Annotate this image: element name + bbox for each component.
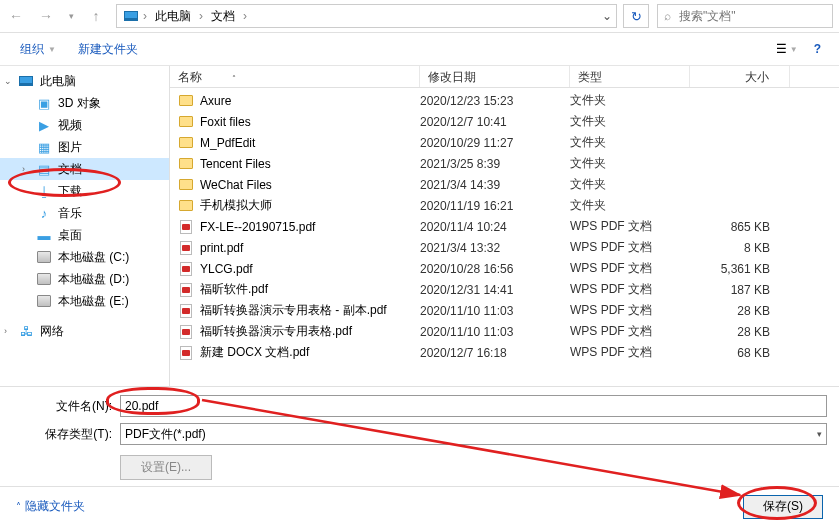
file-row[interactable]: Axure2020/12/23 15:23文件夹 — [170, 90, 839, 111]
file-row[interactable]: print.pdf2021/3/4 13:32WPS PDF 文档8 KB — [170, 237, 839, 258]
folder-icon — [178, 93, 194, 109]
file-row[interactable]: Tencent Files2021/3/25 8:39文件夹 — [170, 153, 839, 174]
sidebar-item-videos[interactable]: ▶视频 — [0, 114, 169, 136]
file-row[interactable]: 福昕转换器演示专用表格.pdf2020/11/10 11:03WPS PDF 文… — [170, 321, 839, 342]
header-date[interactable]: 修改日期 — [420, 66, 570, 87]
file-name: Foxit files — [200, 115, 251, 129]
file-date: 2021/3/4 14:39 — [420, 178, 570, 192]
file-date: 2021/3/25 8:39 — [420, 157, 570, 171]
arrow-left-icon: ← — [9, 8, 23, 24]
chevron-right-icon: › — [141, 9, 149, 23]
file-name: FX-LE--20190715.pdf — [200, 220, 315, 234]
pdf-file-icon — [178, 240, 194, 256]
tree-label: 桌面 — [58, 227, 82, 244]
nav-forward-button[interactable]: → — [32, 2, 60, 30]
breadcrumb[interactable]: › 此电脑 › 文档 › ⌄ — [116, 4, 617, 28]
sidebar-item-documents[interactable]: ›▤文档 — [0, 158, 169, 180]
settings-button[interactable]: 设置(E)... — [120, 455, 212, 480]
file-name: 福昕转换器演示专用表格 - 副本.pdf — [200, 302, 387, 319]
cube-icon: ▣ — [36, 95, 52, 111]
hide-folders-toggle[interactable]: ˄ 隐藏文件夹 — [16, 498, 85, 515]
header-size[interactable]: 大小 — [690, 66, 790, 87]
crumb-documents[interactable]: 文档 — [207, 5, 239, 28]
file-row[interactable]: 手机模拟大师2020/11/19 16:21文件夹 — [170, 195, 839, 216]
file-type: 文件夹 — [570, 197, 690, 214]
sort-asc-icon: ˄ — [232, 74, 236, 83]
sidebar-item-downloads[interactable]: ⭳下载 — [0, 180, 169, 202]
file-name: YLCG.pdf — [200, 262, 253, 276]
folder-icon — [178, 114, 194, 130]
file-name: print.pdf — [200, 241, 243, 255]
organize-dropdown[interactable]: 组织 ▼ — [12, 37, 64, 62]
breadcrumb-dropdown[interactable]: ⌄ — [598, 9, 616, 23]
search-input-wrapper[interactable]: ⌕ — [657, 4, 833, 28]
filetype-value: PDF文件(*.pdf) — [125, 426, 206, 443]
refresh-button[interactable]: ↻ — [623, 4, 649, 28]
video-icon: ▶ — [36, 117, 52, 133]
file-row[interactable]: 新建 DOCX 文档.pdf2020/12/7 16:18WPS PDF 文档6… — [170, 342, 839, 363]
search-input[interactable] — [677, 8, 826, 24]
file-date: 2020/12/31 14:41 — [420, 283, 570, 297]
sidebar-item-drive-c[interactable]: 本地磁盘 (C:) — [0, 246, 169, 268]
tree-label: 3D 对象 — [58, 95, 101, 112]
file-date: 2020/12/7 10:41 — [420, 115, 570, 129]
nav-up-button[interactable]: ↑ — [82, 2, 110, 30]
sidebar-item-music[interactable]: ♪音乐 — [0, 202, 169, 224]
file-row[interactable]: WeChat Files2021/3/4 14:39文件夹 — [170, 174, 839, 195]
download-icon: ⭳ — [36, 183, 52, 199]
sidebar-item-drive-d[interactable]: 本地磁盘 (D:) — [0, 268, 169, 290]
column-headers: 名称˄ 修改日期 类型 大小 — [170, 66, 839, 88]
file-type: 文件夹 — [570, 176, 690, 193]
help-button[interactable]: ? — [808, 39, 827, 59]
pdf-file-icon — [178, 282, 194, 298]
filename-label: 文件名(N): — [12, 398, 112, 415]
filename-input[interactable] — [120, 395, 827, 417]
file-type: WPS PDF 文档 — [570, 260, 690, 277]
pdf-file-icon — [178, 261, 194, 277]
sidebar-tree: ⌄此电脑 ▣3D 对象 ▶视频 ▦图片 ›▤文档 ⭳下载 ♪音乐 ▬桌面 本地磁… — [0, 66, 170, 386]
chevron-up-icon: ˄ — [16, 501, 21, 512]
file-row[interactable]: M_PdfEdit2020/10/29 11:27文件夹 — [170, 132, 839, 153]
nav-recent-button[interactable]: ▾ — [62, 2, 80, 30]
sidebar-item-desktop[interactable]: ▬桌面 — [0, 224, 169, 246]
nav-back-button[interactable]: ← — [2, 2, 30, 30]
view-mode-dropdown[interactable]: ☰ ▼ — [770, 39, 804, 59]
drive-icon — [36, 271, 52, 287]
file-row[interactable]: 福昕转换器演示专用表格 - 副本.pdf2020/11/10 11:03WPS … — [170, 300, 839, 321]
filetype-combobox[interactable]: PDF文件(*.pdf) ▾ — [120, 423, 827, 445]
arrow-right-icon: → — [39, 8, 53, 24]
save-button[interactable]: 保存(S) — [743, 495, 823, 519]
chevron-down-icon: ⌄ — [4, 76, 12, 86]
file-name: WeChat Files — [200, 178, 272, 192]
drive-icon — [36, 249, 52, 265]
folder-icon — [178, 177, 194, 193]
crumb-this-pc[interactable]: 此电脑 — [151, 5, 195, 28]
file-type: WPS PDF 文档 — [570, 323, 690, 340]
tree-label: 此电脑 — [40, 73, 76, 90]
folder-icon — [178, 156, 194, 172]
file-row[interactable]: FX-LE--20190715.pdf2020/11/4 10:24WPS PD… — [170, 216, 839, 237]
chevron-down-icon: ▾ — [817, 429, 822, 439]
sidebar-item-drive-e[interactable]: 本地磁盘 (E:) — [0, 290, 169, 312]
file-name: 福昕转换器演示专用表格.pdf — [200, 323, 352, 340]
file-row[interactable]: Foxit files2020/12/7 10:41文件夹 — [170, 111, 839, 132]
tree-label: 本地磁盘 (E:) — [58, 293, 129, 310]
sidebar-item-this-pc[interactable]: ⌄此电脑 — [0, 70, 169, 92]
header-name[interactable]: 名称˄ — [170, 66, 420, 87]
tree-label: 音乐 — [58, 205, 82, 222]
sidebar-item-pictures[interactable]: ▦图片 — [0, 136, 169, 158]
new-folder-button[interactable]: 新建文件夹 — [70, 37, 146, 62]
chevron-down-icon: ▼ — [790, 45, 798, 54]
tree-label: 本地磁盘 (D:) — [58, 271, 129, 288]
sidebar-item-3d-objects[interactable]: ▣3D 对象 — [0, 92, 169, 114]
file-size: 28 KB — [690, 304, 790, 318]
arrow-up-icon: ↑ — [93, 8, 100, 24]
image-icon: ▦ — [36, 139, 52, 155]
file-row[interactable]: 福昕软件.pdf2020/12/31 14:41WPS PDF 文档187 KB — [170, 279, 839, 300]
sidebar-item-network[interactable]: ›🖧网络 — [0, 320, 169, 342]
desktop-icon: ▬ — [36, 227, 52, 243]
header-type[interactable]: 类型 — [570, 66, 690, 87]
view-list-icon: ☰ — [776, 42, 787, 56]
file-name: 福昕软件.pdf — [200, 281, 268, 298]
file-row[interactable]: YLCG.pdf2020/10/28 16:56WPS PDF 文档5,361 … — [170, 258, 839, 279]
